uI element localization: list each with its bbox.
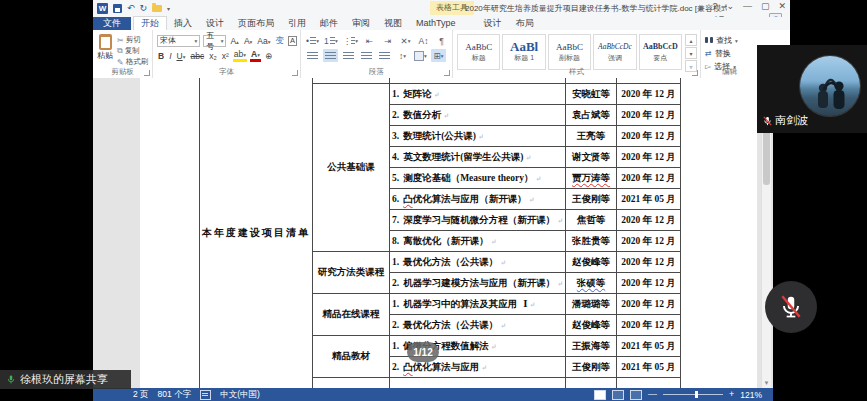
language-indicator[interactable]: 中文(中国) [220,389,260,401]
participant-video-tile[interactable]: 南剑波 [757,45,867,133]
align-right-button[interactable] [341,49,356,62]
grow-font-button[interactable]: A▴ [229,36,239,46]
proofing-icon[interactable] [200,390,211,400]
maximize-button[interactable]: ▢ [761,1,770,11]
style-item-heading1[interactable]: AaBl 标题 1 [502,34,545,70]
font-color-button[interactable]: A▾ [250,49,261,62]
bold-button[interactable]: B [157,51,165,61]
category-cell[interactable]: 公共基础课 [313,84,390,252]
tab-页面布局[interactable]: 页面布局 [231,17,281,30]
course-cell[interactable]: 7.深度学习与随机微分方程（新开课） [390,210,566,231]
character-border-button[interactable]: A [288,36,297,46]
document-page[interactable]: 本年度建设项目清单公共基础课1.矩阵论安晓虹等2020 年 12 月2.数值分析… [140,78,757,388]
italic-button[interactable]: I [168,51,172,61]
align-center-button[interactable] [323,49,338,62]
justify-button[interactable] [359,49,374,62]
phonetic-guide-button[interactable]: 变 [274,35,285,47]
change-case-button[interactable]: Aa▾ [256,36,271,46]
person-cell[interactable]: 谢文贤等 [566,147,617,168]
date-cell[interactable]: 2021 年 05 月 [617,189,681,210]
superscript-button[interactable]: x² [221,51,230,61]
category-cell[interactable]: 研究方法类课程 [313,252,390,294]
word-count[interactable]: 801 个字 [158,389,192,401]
styles-scroll-down[interactable]: ▾ [685,47,697,59]
font-family-combo[interactable]: 宋体▾ [157,35,200,47]
style-item-subtitle[interactable]: AaBbC 副标题 [548,34,591,70]
category-cell[interactable]: 精品教材 [313,336,390,378]
person-cell[interactable]: 王亮等 [566,126,617,147]
person-cell[interactable]: 王俊刚等 [566,189,617,210]
multilevel-list-button[interactable]: ⋮▾ [342,34,359,47]
zoom-slider[interactable] [663,394,723,395]
date-cell[interactable]: 2020 年 12 月 [617,168,681,189]
project-table[interactable]: 本年度建设项目清单公共基础课1.矩阵论安晓虹等2020 年 12 月2.数值分析… [199,78,681,388]
person-cell[interactable]: 贾万涛等 [566,168,617,189]
date-cell[interactable]: 2021 年 05 月 [617,357,681,378]
date-cell[interactable]: 2020 年 12 月 [617,147,681,168]
find-button[interactable]: 查找▾ [705,35,755,46]
strikethrough-button[interactable]: abc [189,51,205,61]
context-tab-布局[interactable]: 布局 [509,17,541,30]
print-layout-icon[interactable] [612,390,624,400]
tab-引用[interactable]: 引用 [281,17,313,30]
decrease-indent-button[interactable]: ⇤ [362,34,377,47]
person-cell[interactable]: 赵俊峰等 [566,315,617,336]
date-cell[interactable]: 2020 年 12 月 [617,273,681,294]
line-spacing-button[interactable]: ↕▾ [395,49,410,62]
person-cell[interactable]: 张胜贵等 [566,231,617,252]
undo-icon[interactable]: ↶ [127,3,135,13]
tab-视图[interactable]: 视图 [377,17,409,30]
format-painter-button[interactable]: ✎格式刷 [117,57,148,67]
borders-button[interactable]: ⊞▾ [431,49,446,62]
redo-icon[interactable]: ↻ [140,3,148,13]
person-cell[interactable]: 潘璐璐等 [566,294,617,315]
date-cell[interactable]: 2020 年 12 月 [617,231,681,252]
date-cell[interactable]: 2020 年 12 月 [617,126,681,147]
date-cell[interactable]: 2020 年 12 月 [617,315,681,336]
read-mode-icon[interactable] [594,390,606,400]
course-cell[interactable]: 3.数理统计(公共课) [390,126,566,147]
scroll-down-arrow[interactable]: ▼ [762,379,771,388]
course-cell[interactable]: 8.离散优化（新开课） [390,231,566,252]
context-tab-设计[interactable]: 设计 [477,17,509,30]
zoom-in-button[interactable]: + [729,390,734,399]
numbering-button[interactable]: 1▾ [323,34,339,47]
person-cell[interactable]: 王振海等 [566,336,617,357]
page-count-fragment[interactable]: 2 页 [133,389,149,401]
copy-button[interactable]: ⧉复制 [117,46,148,56]
sort-button[interactable]: A↕ [416,34,431,47]
partial-cell[interactable] [390,378,566,389]
align-left-button[interactable] [305,49,320,62]
shading-button[interactable]: ▾ [413,49,428,62]
course-cell[interactable]: 4.英文数理统计(留学生公共课) [390,147,566,168]
font-size-combo[interactable]: 五号▾ [203,35,226,47]
show-marks-button[interactable]: ¶ [434,34,449,47]
increase-indent-button[interactable]: ⇥ [380,34,395,47]
style-item-strong[interactable]: AaBbCcD 要点 [639,34,682,70]
tab-file[interactable]: 文件 [93,17,131,30]
shrink-font-button[interactable]: A▾ [243,36,253,46]
course-cell[interactable]: 1.最优化方法（公共课） [390,252,566,273]
course-cell[interactable]: 5.测度论基础（Measure theory） [390,168,566,189]
person-cell[interactable]: 赵俊峰等 [566,252,617,273]
document-area[interactable]: 本年度建设项目清单公共基础课1.矩阵论安晓虹等2020 年 12 月2.数值分析… [93,78,790,388]
styles-dialog-launcher[interactable] [692,70,698,76]
web-layout-icon[interactable] [630,390,642,400]
ribbon-options-button[interactable]: ⌄ [726,1,734,11]
date-cell[interactable]: 2020 年 12 月 [617,252,681,273]
help-button[interactable]: ? [712,1,717,11]
save-icon[interactable] [113,4,122,13]
paste-button[interactable]: 粘贴 [97,34,113,67]
tab-开始[interactable]: 开始 [133,16,167,30]
person-cell[interactable]: 张硕等 [566,273,617,294]
course-cell[interactable]: 6.凸优化算法与应用（新开课） [390,189,566,210]
course-cell[interactable]: 2.机器学习建模方法与应用（新开课） [390,273,566,294]
zoom-out-button[interactable]: — [648,390,657,399]
close-button[interactable]: ✕ [778,1,786,11]
course-cell[interactable]: 1.机器学习中的算法及其应用I [390,294,566,315]
clipboard-dialog-launcher[interactable] [144,70,150,76]
qat-customize-arrow[interactable]: ▾ [167,5,170,12]
distribute-button[interactable] [377,49,392,62]
date-cell[interactable]: 2020 年 12 月 [617,210,681,231]
subscript-button[interactable]: x₂ [208,51,218,61]
